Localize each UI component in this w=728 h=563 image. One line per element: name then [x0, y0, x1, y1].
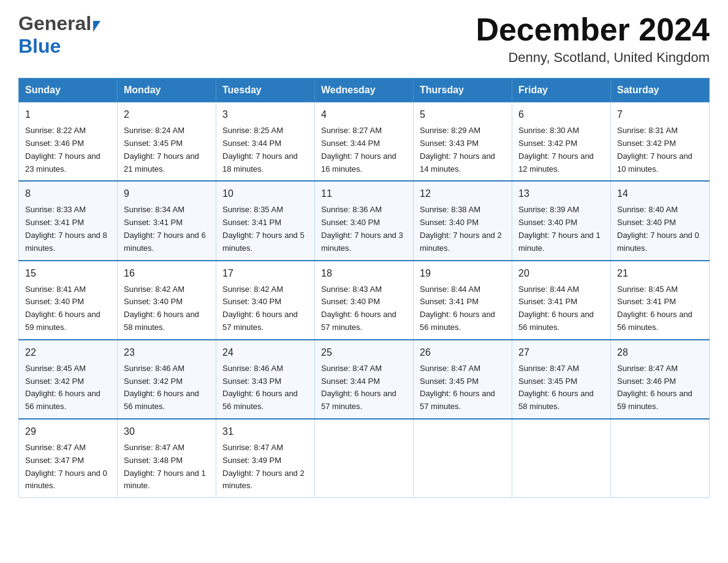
day-number: 12	[420, 186, 506, 201]
day-info: Sunrise: 8:29 AMSunset: 3:43 PMDaylight:…	[420, 126, 495, 173]
day-info: Sunrise: 8:45 AMSunset: 3:41 PMDaylight:…	[617, 285, 692, 332]
day-cell: 10 Sunrise: 8:35 AMSunset: 3:41 PMDaylig…	[216, 181, 315, 260]
day-cell: 5 Sunrise: 8:29 AMSunset: 3:43 PMDayligh…	[414, 102, 512, 182]
day-info: Sunrise: 8:47 AMSunset: 3:48 PMDaylight:…	[124, 443, 206, 490]
day-info: Sunrise: 8:46 AMSunset: 3:43 PMDaylight:…	[222, 364, 298, 411]
day-number: 23	[124, 345, 210, 360]
day-cell: 31 Sunrise: 8:47 AMSunset: 3:49 PMDaylig…	[216, 419, 315, 498]
calendar-title: December 2024	[476, 12, 710, 47]
day-number: 19	[420, 266, 506, 281]
day-cell: 16 Sunrise: 8:42 AMSunset: 3:40 PMDaylig…	[118, 261, 216, 340]
day-cell: 7 Sunrise: 8:31 AMSunset: 3:42 PMDayligh…	[611, 102, 710, 182]
day-cell	[315, 419, 414, 498]
day-cell: 23 Sunrise: 8:46 AMSunset: 3:42 PMDaylig…	[118, 340, 216, 419]
day-cell: 3 Sunrise: 8:25 AMSunset: 3:44 PMDayligh…	[216, 102, 315, 182]
day-info: Sunrise: 8:47 AMSunset: 3:45 PMDaylight:…	[420, 364, 495, 411]
day-cell: 11 Sunrise: 8:36 AMSunset: 3:40 PMDaylig…	[315, 181, 414, 260]
day-cell: 6 Sunrise: 8:30 AMSunset: 3:42 PMDayligh…	[512, 102, 611, 182]
day-info: Sunrise: 8:43 AMSunset: 3:40 PMDaylight:…	[321, 285, 396, 332]
day-number: 13	[518, 186, 604, 201]
col-header-saturday: Saturday	[611, 79, 710, 102]
day-info: Sunrise: 8:46 AMSunset: 3:42 PMDaylight:…	[124, 364, 199, 411]
page-header: General Blue December 2024 Denny, Scotla…	[18, 12, 710, 66]
col-header-thursday: Thursday	[414, 79, 512, 102]
col-header-monday: Monday	[118, 79, 216, 102]
day-info: Sunrise: 8:42 AMSunset: 3:40 PMDaylight:…	[124, 285, 199, 332]
logo-blue-text: Blue	[18, 35, 61, 57]
day-number: 22	[25, 345, 111, 360]
day-cell: 9 Sunrise: 8:34 AMSunset: 3:41 PMDayligh…	[118, 181, 216, 260]
day-info: Sunrise: 8:47 AMSunset: 3:47 PMDaylight:…	[25, 443, 107, 490]
day-cell: 29 Sunrise: 8:47 AMSunset: 3:47 PMDaylig…	[19, 419, 118, 498]
day-info: Sunrise: 8:30 AMSunset: 3:42 PMDaylight:…	[518, 126, 594, 173]
day-number: 1	[25, 107, 111, 122]
day-cell: 20 Sunrise: 8:44 AMSunset: 3:41 PMDaylig…	[512, 261, 611, 340]
week-row-3: 15 Sunrise: 8:41 AMSunset: 3:40 PMDaylig…	[19, 261, 710, 340]
title-block: December 2024 Denny, Scotland, United Ki…	[476, 12, 710, 66]
day-info: Sunrise: 8:33 AMSunset: 3:41 PMDaylight:…	[25, 205, 107, 252]
col-header-wednesday: Wednesday	[315, 79, 414, 102]
calendar-table: SundayMondayTuesdayWednesdayThursdayFrid…	[18, 78, 710, 498]
day-number: 16	[124, 266, 210, 281]
day-info: Sunrise: 8:25 AMSunset: 3:44 PMDaylight:…	[222, 126, 298, 173]
day-info: Sunrise: 8:42 AMSunset: 3:40 PMDaylight:…	[222, 285, 298, 332]
day-number: 15	[25, 266, 111, 281]
day-info: Sunrise: 8:39 AMSunset: 3:40 PMDaylight:…	[518, 205, 601, 252]
day-number: 31	[222, 424, 308, 439]
day-number: 17	[222, 266, 308, 281]
day-cell: 28 Sunrise: 8:47 AMSunset: 3:46 PMDaylig…	[611, 340, 710, 419]
day-info: Sunrise: 8:47 AMSunset: 3:49 PMDaylight:…	[222, 443, 305, 490]
day-cell	[611, 419, 710, 498]
day-info: Sunrise: 8:27 AMSunset: 3:44 PMDaylight:…	[321, 126, 396, 173]
day-number: 18	[321, 266, 407, 281]
day-cell: 21 Sunrise: 8:45 AMSunset: 3:41 PMDaylig…	[611, 261, 710, 340]
day-cell: 22 Sunrise: 8:45 AMSunset: 3:42 PMDaylig…	[19, 340, 118, 419]
logo-general-text: General	[18, 12, 91, 35]
header-row: SundayMondayTuesdayWednesdayThursdayFrid…	[19, 79, 710, 102]
day-cell: 12 Sunrise: 8:38 AMSunset: 3:40 PMDaylig…	[414, 181, 512, 260]
calendar-subtitle: Denny, Scotland, United Kingdom	[476, 50, 710, 66]
day-cell: 8 Sunrise: 8:33 AMSunset: 3:41 PMDayligh…	[19, 181, 118, 260]
logo: General Blue	[18, 12, 100, 58]
day-cell: 13 Sunrise: 8:39 AMSunset: 3:40 PMDaylig…	[512, 181, 611, 260]
week-row-1: 1 Sunrise: 8:22 AMSunset: 3:46 PMDayligh…	[19, 102, 710, 182]
day-number: 2	[124, 107, 210, 122]
day-info: Sunrise: 8:22 AMSunset: 3:46 PMDaylight:…	[25, 126, 100, 173]
day-cell: 27 Sunrise: 8:47 AMSunset: 3:45 PMDaylig…	[512, 340, 611, 419]
day-info: Sunrise: 8:47 AMSunset: 3:44 PMDaylight:…	[321, 364, 396, 411]
day-cell: 30 Sunrise: 8:47 AMSunset: 3:48 PMDaylig…	[118, 419, 216, 498]
day-info: Sunrise: 8:35 AMSunset: 3:41 PMDaylight:…	[222, 205, 305, 252]
day-number: 25	[321, 345, 407, 360]
day-info: Sunrise: 8:36 AMSunset: 3:40 PMDaylight:…	[321, 205, 403, 252]
day-cell: 15 Sunrise: 8:41 AMSunset: 3:40 PMDaylig…	[19, 261, 118, 340]
day-cell: 17 Sunrise: 8:42 AMSunset: 3:40 PMDaylig…	[216, 261, 315, 340]
day-cell: 19 Sunrise: 8:44 AMSunset: 3:41 PMDaylig…	[414, 261, 512, 340]
week-row-5: 29 Sunrise: 8:47 AMSunset: 3:47 PMDaylig…	[19, 419, 710, 498]
day-number: 6	[518, 107, 604, 122]
day-cell: 25 Sunrise: 8:47 AMSunset: 3:44 PMDaylig…	[315, 340, 414, 419]
day-cell	[414, 419, 512, 498]
day-cell	[512, 419, 611, 498]
day-info: Sunrise: 8:34 AMSunset: 3:41 PMDaylight:…	[124, 205, 206, 252]
day-number: 27	[518, 345, 604, 360]
col-header-friday: Friday	[512, 79, 611, 102]
day-number: 24	[222, 345, 308, 360]
day-cell: 1 Sunrise: 8:22 AMSunset: 3:46 PMDayligh…	[19, 102, 118, 182]
day-number: 26	[420, 345, 506, 360]
day-info: Sunrise: 8:24 AMSunset: 3:45 PMDaylight:…	[124, 126, 199, 173]
day-info: Sunrise: 8:47 AMSunset: 3:45 PMDaylight:…	[518, 364, 594, 411]
day-info: Sunrise: 8:41 AMSunset: 3:40 PMDaylight:…	[25, 285, 100, 332]
day-number: 8	[25, 186, 111, 201]
week-row-2: 8 Sunrise: 8:33 AMSunset: 3:41 PMDayligh…	[19, 181, 710, 260]
day-number: 10	[222, 186, 308, 201]
day-number: 14	[617, 186, 703, 201]
day-number: 5	[420, 107, 506, 122]
day-number: 3	[222, 107, 308, 122]
day-info: Sunrise: 8:45 AMSunset: 3:42 PMDaylight:…	[25, 364, 100, 411]
day-cell: 14 Sunrise: 8:40 AMSunset: 3:40 PMDaylig…	[611, 181, 710, 260]
day-number: 9	[124, 186, 210, 201]
day-info: Sunrise: 8:40 AMSunset: 3:40 PMDaylight:…	[617, 205, 699, 252]
day-info: Sunrise: 8:31 AMSunset: 3:42 PMDaylight:…	[617, 126, 692, 173]
day-cell: 24 Sunrise: 8:46 AMSunset: 3:43 PMDaylig…	[216, 340, 315, 419]
col-header-tuesday: Tuesday	[216, 79, 315, 102]
